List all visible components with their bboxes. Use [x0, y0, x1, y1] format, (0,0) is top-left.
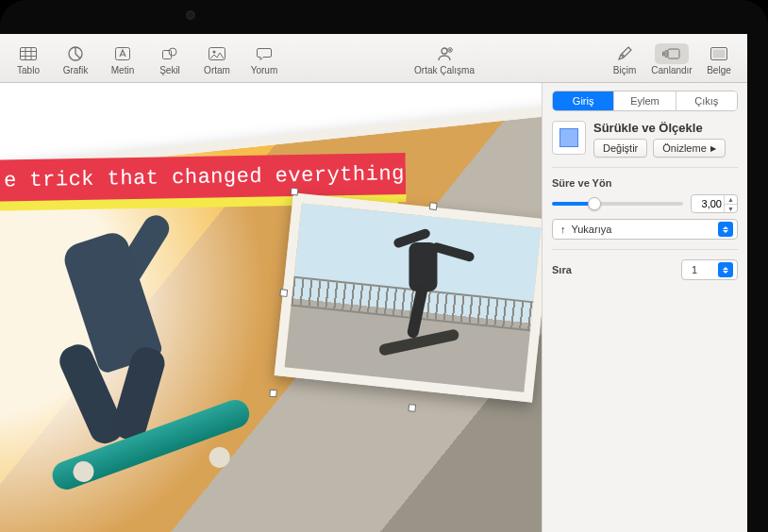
resize-handle-n[interactable]: [428, 202, 437, 210]
document-label: Belge: [707, 65, 731, 75]
toolbar-left-group: Tablo Grafik Metin: [9, 43, 283, 75]
svg-rect-13: [713, 49, 726, 58]
duration-section: Süre ve Yön ▲ ▼ ↑ Yukarıya: [552, 177, 738, 250]
comment-label: Yorum: [251, 65, 278, 75]
comment-icon: [251, 43, 277, 64]
format-label: Biçim: [613, 65, 636, 75]
toolbar-right-group: Biçim Canlandır Belge: [606, 43, 738, 75]
toolbar: Tablo Grafik Metin: [0, 34, 747, 83]
text-button[interactable]: Metin: [104, 43, 142, 75]
svg-point-7: [442, 48, 447, 54]
direction-value: Yukarıya: [572, 224, 612, 235]
effect-thumbnail: [552, 121, 586, 155]
stepper-down-icon[interactable]: ▼: [725, 204, 737, 212]
chart-button[interactable]: Grafik: [57, 43, 94, 75]
preview-label: Önizleme: [662, 142, 706, 154]
order-select[interactable]: 1: [681, 259, 738, 280]
order-label: Sıra: [552, 264, 674, 275]
order-value: 1: [692, 264, 697, 275]
resize-handle-s[interactable]: [408, 404, 416, 412]
collaborate-icon: [431, 43, 458, 64]
order-section: Sıra 1: [552, 259, 738, 280]
svg-point-4: [169, 48, 176, 56]
animate-button[interactable]: Canlandır: [653, 43, 691, 75]
tab-build-in[interactable]: Giriş: [553, 91, 613, 110]
shape-label: Şekil: [159, 65, 180, 75]
tab-build-out[interactable]: Çıkış: [676, 91, 737, 110]
duration-value-input[interactable]: [692, 198, 724, 209]
media-icon: [204, 43, 230, 64]
animate-icon: [655, 43, 689, 64]
table-button[interactable]: Tablo: [9, 43, 47, 75]
svg-rect-11: [663, 52, 665, 56]
table-label: Tablo: [17, 65, 40, 75]
svg-rect-10: [665, 50, 667, 57]
headline-box[interactable]: e trick that changed everything: [0, 153, 406, 202]
resize-handle-sw[interactable]: [269, 390, 277, 398]
tab-action[interactable]: Eylem: [613, 91, 675, 110]
chart-icon: [62, 43, 89, 64]
shape-button[interactable]: Şekil: [151, 43, 189, 75]
table-icon: [15, 43, 42, 64]
app-window: Tablo Grafik Metin: [0, 34, 747, 532]
change-effect-label: Değiştir: [603, 142, 638, 154]
duration-stepper[interactable]: ▲ ▼: [691, 194, 738, 213]
selection-outline: [274, 191, 542, 423]
collaborate-label: Ortak Çalışma: [414, 65, 475, 75]
effect-section: Sürükle ve Ölçekle Değiştir Önizleme ▶: [552, 121, 738, 168]
svg-rect-9: [668, 49, 679, 58]
effect-title: Sürükle ve Ölçekle: [593, 121, 738, 135]
skater-figure-large: [0, 212, 268, 501]
inspector-panel: Giriş Eylem Çıkış Sürükle ve Ölçekle Değ…: [542, 83, 747, 532]
comment-button[interactable]: Yorum: [245, 43, 283, 75]
preview-button[interactable]: Önizleme ▶: [653, 139, 725, 158]
select-chevron-icon: [718, 262, 733, 277]
text-icon: [109, 43, 136, 64]
document-button[interactable]: Belge: [700, 43, 738, 75]
change-effect-button[interactable]: Değiştir: [593, 139, 647, 158]
play-icon: ▶: [710, 144, 716, 153]
shape-icon: [157, 43, 183, 64]
media-button[interactable]: Ortam: [198, 43, 236, 75]
direction-select[interactable]: ↑ Yukarıya: [552, 219, 738, 240]
duration-section-label: Süre ve Yön: [552, 177, 738, 189]
headline-text: e trick that changed everything: [4, 162, 405, 192]
animation-phase-tabs: Giriş Eylem Çıkış: [552, 91, 738, 111]
chart-label: Grafik: [63, 65, 89, 75]
stepper-up-icon[interactable]: ▲: [725, 195, 737, 204]
collaborate-button[interactable]: Ortak Çalışma: [414, 43, 475, 75]
animate-label: Canlandır: [651, 65, 692, 75]
laptop-camera: [186, 10, 195, 20]
svg-rect-0: [21, 47, 37, 59]
media-label: Ortam: [204, 65, 230, 75]
resize-handle-w[interactable]: [279, 289, 288, 297]
text-label: Metin: [111, 65, 134, 75]
document-icon: [706, 43, 732, 64]
slide-canvas[interactable]: e trick that changed everything: [0, 83, 542, 532]
duration-slider[interactable]: [552, 202, 683, 206]
paintbrush-icon: [611, 43, 638, 64]
format-button[interactable]: Biçim: [606, 43, 643, 75]
select-chevron-icon: [718, 222, 733, 237]
svg-point-6: [213, 50, 216, 53]
arrow-up-icon: ↑: [560, 224, 566, 235]
resize-handle-nw[interactable]: [291, 188, 299, 196]
